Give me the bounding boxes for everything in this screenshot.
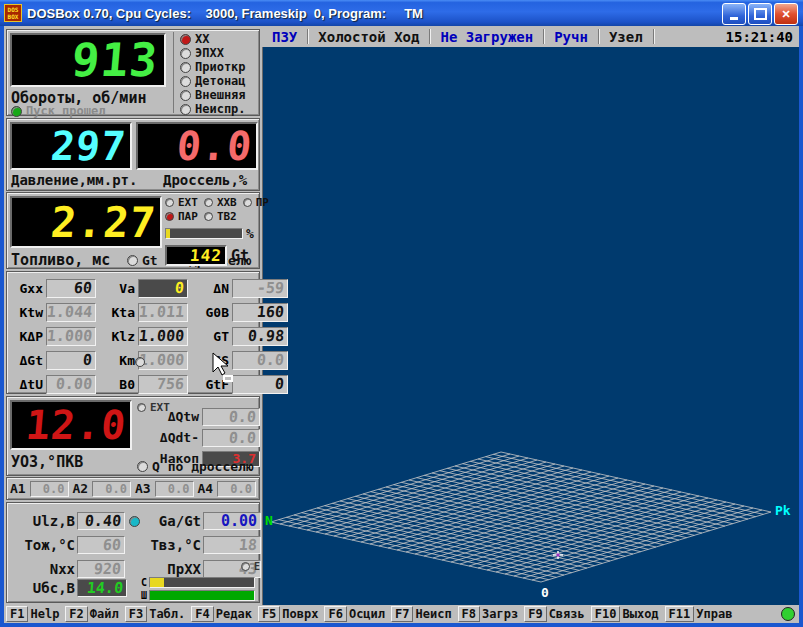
function-key-bar: F1HelpF2ФайлF3Табл.F4РедакF5ПоврхF6Осцил… (4, 605, 799, 623)
coeff-field-G0B[interactable]: 160 (232, 303, 288, 322)
dqdt-field[interactable]: 0.0 (202, 429, 260, 447)
a2-field[interactable]: 0.0 (92, 481, 131, 497)
menu-item-4[interactable]: Узел (599, 29, 653, 45)
surface-plot-area[interactable]: N Pk 0 (262, 47, 799, 605)
coeff-field-GS[interactable]: 0.0 (232, 351, 288, 370)
flag-par[interactable]: ПАР (165, 210, 198, 223)
fkey-button[interactable]: F8 (458, 606, 480, 622)
coeff-label-Va: Va (99, 281, 135, 296)
radio-circle[interactable] (180, 104, 191, 115)
app-surface: ПЗУХолостой ХодНе ЗагруженРучнУзел15:21:… (4, 26, 799, 623)
maximize-button[interactable] (748, 3, 772, 25)
mode-radio-детонац[interactable]: Детонац (180, 74, 266, 88)
gt-value: 142 (189, 246, 226, 265)
q-throttle-circle[interactable] (137, 461, 148, 472)
fkey-f9[interactable]: F9Связь (524, 606, 585, 622)
dqtw-field[interactable]: 0.0 (202, 408, 260, 426)
fkey-f10[interactable]: F10Выход (591, 606, 659, 622)
flag-ext[interactable]: EXT (165, 196, 198, 209)
radio-circle[interactable] (180, 62, 191, 73)
gagt-field[interactable]: 0.00 (203, 512, 261, 530)
radio-circle[interactable] (180, 76, 191, 87)
menu-item-3[interactable]: Ручн (544, 29, 598, 45)
coeff-field-Km[interactable]: 1.000 (138, 351, 188, 370)
coeff-field-B0[interactable]: 756 (138, 375, 188, 394)
dqtw-label: ΔQtw (145, 409, 199, 424)
e-radio[interactable]: E (241, 561, 260, 572)
fkey-f1[interactable]: F1Help (6, 606, 59, 622)
fkey-f5[interactable]: F5Поврх (258, 606, 319, 622)
tvz-field[interactable]: 18 (203, 536, 261, 554)
axis-label-pk: Pk (775, 503, 791, 518)
a1-field[interactable]: 0.0 (30, 481, 69, 497)
fuel-value: 2.27 (49, 198, 162, 247)
start-status-label: Пуск прошел (26, 104, 105, 118)
nxx-field[interactable]: 920 (77, 560, 125, 578)
mode-radio-неиспр.[interactable]: Неиспр. (180, 102, 266, 116)
tvz-label: Твз,°C (143, 537, 201, 553)
fkey-label: Загрз (480, 607, 518, 621)
fkey-button[interactable]: F6 (324, 606, 346, 622)
fkey-button[interactable]: F7 (391, 606, 413, 622)
coeff-field-ΔtU[interactable]: 0.00 (46, 375, 96, 394)
fkey-button[interactable]: F2 (65, 606, 87, 622)
coeff-label-KΔP: KΔP (10, 329, 43, 344)
ulz-field[interactable]: 0.40 (77, 512, 125, 530)
coeff-value: 1.011 (138, 303, 185, 321)
coeff-field-Klz[interactable]: 1.000 (138, 327, 188, 346)
flag-tv2[interactable]: ТВ2 (204, 210, 237, 223)
fkey-f7[interactable]: F7Неисп (391, 606, 452, 622)
coeff-field-ΔN[interactable]: -59 (232, 279, 288, 298)
flag-pr[interactable]: ПР (243, 196, 269, 209)
coeff-field-Ktw[interactable]: 1.044 (46, 303, 96, 322)
fkey-f6[interactable]: F6Осцил (324, 606, 385, 622)
fkey-button[interactable]: F5 (258, 606, 280, 622)
fkey-f8[interactable]: F8Загрз (458, 606, 519, 622)
dgt-radio[interactable] (135, 357, 145, 367)
fkey-button[interactable]: F4 (191, 606, 213, 622)
coeff-field-Kta[interactable]: 1.011 (138, 303, 188, 322)
fkey-f3[interactable]: F3Табл. (125, 606, 186, 622)
dqdt-label: ΔQdt- (145, 430, 199, 445)
gt-display: 142 (165, 245, 227, 266)
title-bar[interactable]: DOS BOX DOSBox 0.70, Cpu Cycles: 3000, F… (0, 0, 803, 26)
mode-radio-xx[interactable]: XX (180, 32, 266, 46)
fkey-f4[interactable]: F4Редак (191, 606, 252, 622)
fkey-button[interactable]: F11 (665, 606, 695, 622)
menu-item-1[interactable]: Холостой Ход (308, 29, 429, 45)
coeff-field-KΔP[interactable]: 1.000 (46, 327, 96, 346)
fkey-f2[interactable]: F2Файл (65, 606, 118, 622)
mode-radio-приоткр[interactable]: Приоткр (180, 60, 266, 74)
coeff-value: -59 (256, 279, 285, 297)
minimize-button[interactable] (722, 3, 746, 25)
fkey-button[interactable]: F3 (125, 606, 147, 622)
mode-radio-эпхх[interactable]: ЭПХХ (180, 46, 266, 60)
coeff-field-Gxx[interactable]: 60 (46, 279, 96, 298)
tozh-field[interactable]: 60 (77, 536, 125, 554)
flag-xxb[interactable]: XXB (204, 196, 237, 209)
radio-circle[interactable] (180, 34, 191, 45)
fkey-button[interactable]: F9 (524, 606, 546, 622)
coeff-field-GtF[interactable]: 0 (232, 375, 288, 394)
radio-circle[interactable] (180, 90, 191, 101)
coeff-value: 0.0 (256, 351, 285, 369)
coeff-field-Va[interactable]: 0 (138, 279, 188, 298)
coeff-field-GT[interactable]: 0.98 (232, 327, 288, 346)
gt-throttle-radio-circle[interactable] (127, 255, 138, 266)
fkey-label: Help (28, 607, 59, 621)
menu-item-0[interactable]: ПЗУ (262, 29, 307, 45)
mode-radio-внешняя[interactable]: Внешняя (180, 88, 266, 102)
radio-circle[interactable] (180, 48, 191, 59)
mode-label: Внешняя (195, 88, 246, 102)
q-throttle-radio[interactable]: Q по дросселю (137, 459, 254, 474)
menu-separator (653, 29, 654, 44)
menu-item-2[interactable]: Не Загружен (430, 29, 543, 45)
coeff-field-ΔGt[interactable]: 0 (46, 351, 96, 370)
fkey-f11[interactable]: F11Управ (665, 606, 733, 622)
fkey-button[interactable]: F1 (6, 606, 28, 622)
fkey-button[interactable]: F10 (591, 606, 621, 622)
adc-row-panel: A1 0.0 A2 0.0 A3 0.0 A4 0.0 (6, 477, 260, 500)
a4-field[interactable]: 0.0 (217, 481, 256, 497)
a3-field[interactable]: 0.0 (155, 481, 194, 497)
close-button[interactable]: ✕ (774, 3, 798, 25)
